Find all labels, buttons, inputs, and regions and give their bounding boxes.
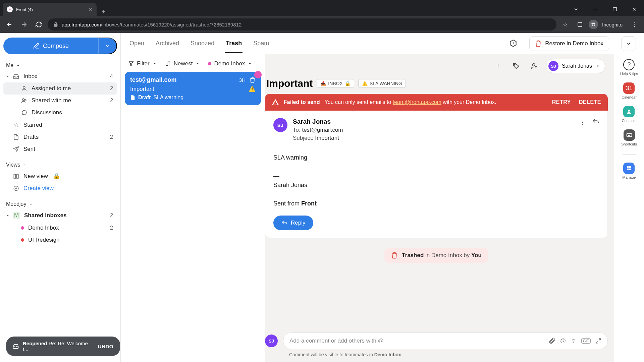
rail-help[interactable]: ?Help & tips	[620, 59, 638, 76]
compose-dropdown[interactable]	[98, 38, 117, 54]
rail-manage[interactable]: Manage	[623, 163, 636, 179]
sidebar-item-new-view[interactable]: New view 🔒	[3, 170, 117, 182]
url-path: /inboxes/teammates/15619220/assigned/tra…	[101, 22, 241, 27]
svg-rect-0	[578, 22, 582, 26]
trash-icon	[535, 40, 542, 47]
emoji-icon[interactable]: ☺	[571, 338, 576, 344]
svg-rect-15	[627, 169, 629, 170]
close-tab-icon[interactable]: ✕	[89, 7, 93, 12]
restore-dropdown[interactable]	[621, 36, 636, 51]
assign-icon[interactable]	[528, 60, 541, 72]
sidebar-item-inbox[interactable]: Inbox 4	[3, 70, 117, 82]
inbox-icon: 📥	[320, 81, 326, 86]
sender-name: Sarah Jonas	[293, 118, 574, 125]
chevron-down-icon[interactable]	[5, 213, 10, 218]
failed-to-send-banner: Failed to send You can only send emails …	[265, 94, 608, 111]
maximize-icon[interactable]: ❐	[605, 3, 625, 16]
back-icon[interactable]	[3, 18, 15, 31]
kebab-icon[interactable]: ⋮	[579, 118, 586, 141]
file-icon	[130, 95, 136, 100]
sidebar-item-assigned[interactable]: Assigned to me 2	[3, 82, 117, 95]
rail-calendar[interactable]: 31Calendar	[622, 82, 637, 99]
contacts-icon	[623, 106, 635, 117]
sidebar-item-ui-redesign[interactable]: UI Redesign	[3, 234, 117, 246]
chat-icon	[21, 110, 28, 116]
warning-icon: ⚠️	[249, 85, 256, 93]
tab-snoozed[interactable]: Snoozed	[190, 34, 215, 53]
svg-rect-14	[629, 166, 631, 168]
filter-button[interactable]: Filter	[128, 60, 157, 67]
minimize-icon[interactable]: —	[586, 3, 605, 16]
trash-icon[interactable]	[250, 77, 256, 83]
retry-button[interactable]: RETRY	[552, 99, 571, 105]
alert-hex-icon[interactable]	[507, 38, 519, 50]
rail-shortcuts[interactable]: Shortcuts	[621, 129, 637, 146]
reply-button[interactable]: Reply	[273, 216, 313, 230]
mention-icon[interactable]: @	[560, 338, 566, 344]
compose-button[interactable]: Compose	[3, 38, 98, 54]
giphy-icon[interactable]: GIF	[581, 338, 591, 344]
comment-input[interactable]: Add a comment or add others with @ @ ☺ G…	[283, 333, 608, 349]
attachment-icon[interactable]	[549, 338, 555, 344]
front-app: Compose Me Inbox 4 Assigned to me 2 Shar…	[0, 33, 644, 362]
extensions-icon[interactable]	[574, 18, 586, 31]
svg-point-5	[25, 99, 26, 101]
tag-icon[interactable]	[510, 60, 523, 72]
svg-point-3	[23, 86, 25, 88]
tab-search-icon[interactable]	[566, 3, 586, 16]
lock-icon: 🔒	[345, 81, 351, 86]
right-rail: ?Help & tips 31Calendar Contacts Shortcu…	[614, 54, 644, 362]
rail-contacts[interactable]: Contacts	[622, 106, 636, 123]
subject-heading: Important	[266, 78, 313, 89]
incognito-icon	[589, 20, 598, 29]
svg-point-2	[594, 24, 595, 26]
keyboard-icon	[624, 129, 635, 141]
section-moodjoy[interactable]: Moodjoy	[3, 199, 117, 209]
sidebar-item-shared[interactable]: Shared with me 2	[3, 95, 117, 107]
close-window-icon[interactable]: ✕	[625, 3, 644, 16]
sidebar-item-starred[interactable]: ☆ Starred	[3, 119, 117, 131]
demo-email-link[interactable]: team@frontapp.com	[393, 99, 441, 105]
section-me[interactable]: Me	[3, 60, 117, 70]
tab-archived[interactable]: Archived	[155, 34, 180, 53]
tab-trash[interactable]: Trash	[225, 34, 243, 53]
reply-arrow-icon[interactable]	[592, 118, 599, 141]
conversation-item[interactable]: test@gmail.com 3H Important⚠️ Draft SLA …	[125, 72, 261, 105]
section-views[interactable]: Views	[3, 160, 117, 170]
tag-inbox[interactable]: 📥INBOX🔒	[317, 79, 354, 88]
forward-icon	[18, 18, 30, 31]
sidebar-item-discussions[interactable]: Discussions	[3, 107, 117, 119]
undo-button[interactable]: UNDO	[98, 344, 113, 349]
restore-button[interactable]: Restore in Demo Inbox	[529, 36, 609, 51]
chevron-down-icon[interactable]	[5, 74, 10, 79]
inbox-picker[interactable]: Demo Inbox	[208, 60, 252, 67]
sidebar-item-create-view[interactable]: Create view	[3, 182, 117, 194]
tab-open[interactable]: Open	[129, 34, 145, 53]
avatar: SJ	[265, 335, 278, 347]
sidebar: Compose Me Inbox 4 Assigned to me 2 Shar…	[0, 33, 121, 362]
kebab-icon[interactable]: ⋮	[492, 60, 504, 72]
sort-button[interactable]: Newest	[165, 60, 200, 67]
bookmark-icon[interactable]: ☆	[559, 18, 571, 31]
expand-icon[interactable]	[595, 338, 601, 344]
tab-spam[interactable]: Spam	[253, 34, 270, 53]
chevron-down-icon	[595, 64, 600, 68]
message-pane: ⋮ SJ Sarah Jonas Important 📥INBOX🔒 ⚠️SLA…	[265, 54, 614, 362]
delete-button[interactable]: DELETE	[579, 99, 601, 105]
kebab-icon[interactable]: ⋮	[629, 18, 641, 31]
sidebar-item-sent[interactable]: Sent	[3, 143, 117, 155]
assignee-pill[interactable]: SJ Sarah Jonas	[546, 59, 605, 73]
file-icon	[13, 134, 19, 140]
url-bar[interactable]: app.frontapp.com/inboxes/teammates/15619…	[48, 18, 556, 31]
sidebar-item-demo-inbox[interactable]: Demo Inbox 2	[3, 222, 117, 234]
new-tab-button[interactable]: +	[97, 7, 110, 16]
chevron-down-icon	[152, 61, 157, 66]
category-tabs: Open Archived Snoozed Trash Spam Restore…	[121, 33, 644, 54]
tag-sla-warning[interactable]: ⚠️SLA WARNING	[358, 79, 406, 88]
reload-icon[interactable]	[33, 18, 45, 31]
sidebar-item-drafts[interactable]: Drafts 2	[3, 131, 117, 143]
svg-rect-13	[627, 166, 629, 168]
browser-tab[interactable]: F Front (4) ✕	[3, 3, 97, 16]
sidebar-item-shared-inboxes[interactable]: M Shared inboxes 2	[3, 209, 117, 222]
calendar-icon: 31	[623, 82, 635, 94]
